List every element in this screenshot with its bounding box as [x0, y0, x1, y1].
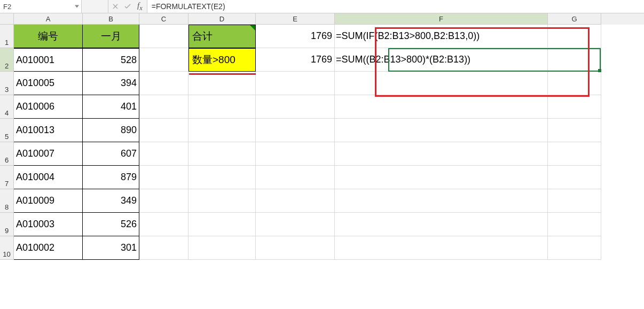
name-box-dropdown-icon[interactable]: [75, 5, 79, 8]
cell-E10[interactable]: [256, 236, 335, 260]
row-header-5[interactable]: 5: [0, 119, 14, 142]
row-header-6[interactable]: 6: [0, 142, 14, 166]
cell-B3[interactable]: 394: [83, 72, 139, 95]
insert-function-icon[interactable]: fx: [137, 1, 143, 12]
col-header-G[interactable]: G: [548, 13, 601, 25]
row-header-1[interactable]: 1: [0, 25, 14, 48]
row-header-10[interactable]: 10: [0, 236, 14, 260]
cell-E1[interactable]: 1769: [256, 25, 335, 48]
cell-B9[interactable]: 526: [83, 213, 139, 236]
cell-A9[interactable]: A010003: [14, 213, 83, 236]
row-header-9[interactable]: 9: [0, 213, 14, 236]
cell-B1[interactable]: 一月: [83, 25, 139, 48]
cell-C5[interactable]: [139, 119, 189, 142]
cell-F10[interactable]: [335, 236, 548, 260]
cell-G5[interactable]: [548, 119, 601, 142]
cell-C9[interactable]: [139, 213, 189, 236]
cell-B4[interactable]: 401: [83, 95, 139, 119]
cell-C4[interactable]: [139, 95, 189, 119]
cell-G1[interactable]: [548, 25, 601, 48]
cell-B7[interactable]: 879: [83, 166, 139, 189]
enter-icon[interactable]: [124, 3, 131, 11]
sheet-row: 7 A010004 879: [0, 166, 644, 189]
cell-G9[interactable]: [548, 213, 601, 236]
cell-D8[interactable]: [189, 189, 256, 213]
cell-E7[interactable]: [256, 166, 335, 189]
error-indicator-icon[interactable]: [250, 25, 255, 30]
cell-A7[interactable]: A010004: [14, 166, 83, 189]
cell-G3[interactable]: [548, 72, 601, 95]
row-header-7[interactable]: 7: [0, 166, 14, 189]
cell-C6[interactable]: [139, 142, 189, 166]
row-header-2[interactable]: 2: [0, 48, 14, 72]
cell-D4[interactable]: [189, 95, 256, 119]
cell-F4[interactable]: [335, 95, 548, 119]
cell-A10[interactable]: A010002: [14, 236, 83, 260]
cell-D6[interactable]: [189, 142, 256, 166]
cell-B2[interactable]: 528: [83, 48, 139, 72]
cancel-icon[interactable]: [113, 3, 118, 11]
name-box[interactable]: F2: [0, 0, 82, 13]
formula-input[interactable]: [147, 0, 644, 13]
cell-A2[interactable]: A010001: [14, 48, 83, 72]
col-header-D[interactable]: D: [189, 13, 256, 25]
col-header-A[interactable]: A: [14, 13, 83, 25]
cell-D5[interactable]: [189, 119, 256, 142]
cell-C7[interactable]: [139, 166, 189, 189]
formula-bar-buttons: fx: [108, 0, 147, 13]
col-header-B[interactable]: B: [83, 13, 139, 25]
cell-G7[interactable]: [548, 166, 601, 189]
cell-E6[interactable]: [256, 142, 335, 166]
cell-F2[interactable]: =SUM((B2:B13>800)*(B2:B13)): [335, 48, 548, 72]
cell-C3[interactable]: [139, 72, 189, 95]
cell-E9[interactable]: [256, 213, 335, 236]
cell-E2[interactable]: 1769: [256, 48, 335, 72]
select-all-corner[interactable]: [0, 13, 14, 25]
cell-G6[interactable]: [548, 142, 601, 166]
cell-A3[interactable]: A010005: [14, 72, 83, 95]
cell-B8[interactable]: 349: [83, 189, 139, 213]
cell-B5[interactable]: 890: [83, 119, 139, 142]
cell-G10[interactable]: [548, 236, 601, 260]
cell-A5[interactable]: A010013: [14, 119, 83, 142]
cell-B6[interactable]: 607: [83, 142, 139, 166]
cell-A6[interactable]: A010007: [14, 142, 83, 166]
cell-D1[interactable]: 合计: [189, 25, 256, 48]
cell-E5[interactable]: [256, 119, 335, 142]
cell-F8[interactable]: [335, 189, 548, 213]
cell-E4[interactable]: [256, 95, 335, 119]
cell-D7[interactable]: [189, 166, 256, 189]
cell-D9[interactable]: [189, 213, 256, 236]
sheet-row: 2 A010001 528 数量>800 1769 =SUM((B2:B13>8…: [0, 48, 644, 72]
row-header-3[interactable]: 3: [0, 72, 14, 95]
cell-G2[interactable]: [548, 48, 601, 72]
col-header-F[interactable]: F: [335, 13, 548, 25]
cell-F5[interactable]: [335, 119, 548, 142]
cell-G4[interactable]: [548, 95, 601, 119]
cell-A4[interactable]: A010006: [14, 95, 83, 119]
sheet-row: 6 A010007 607: [0, 142, 644, 166]
spreadsheet-grid[interactable]: A B C D E F G 1 编号 一月 合计 1769 =SUM(IF(B2…: [0, 13, 644, 309]
cell-B10[interactable]: 301: [83, 236, 139, 260]
cell-D2[interactable]: 数量>800: [189, 48, 256, 72]
row-header-4[interactable]: 4: [0, 95, 14, 119]
col-header-E[interactable]: E: [256, 13, 335, 25]
cell-D10[interactable]: [189, 236, 256, 260]
cell-A8[interactable]: A010009: [14, 189, 83, 213]
cell-C1[interactable]: [139, 25, 189, 48]
cell-F3[interactable]: [335, 72, 548, 95]
cell-F6[interactable]: [335, 142, 548, 166]
cell-A1[interactable]: 编号: [14, 25, 83, 48]
cell-C10[interactable]: [139, 236, 189, 260]
cell-E3[interactable]: [256, 72, 335, 95]
row-header-8[interactable]: 8: [0, 189, 14, 213]
cell-G8[interactable]: [548, 189, 601, 213]
cell-C8[interactable]: [139, 189, 189, 213]
cell-C2[interactable]: [139, 48, 189, 72]
cell-E8[interactable]: [256, 189, 335, 213]
cell-D3[interactable]: [189, 72, 256, 95]
col-header-C[interactable]: C: [139, 13, 189, 25]
cell-F7[interactable]: [335, 166, 548, 189]
cell-F9[interactable]: [335, 213, 548, 236]
cell-F1[interactable]: =SUM(IF(B2:B13>800,B2:B13,0)): [335, 25, 548, 48]
